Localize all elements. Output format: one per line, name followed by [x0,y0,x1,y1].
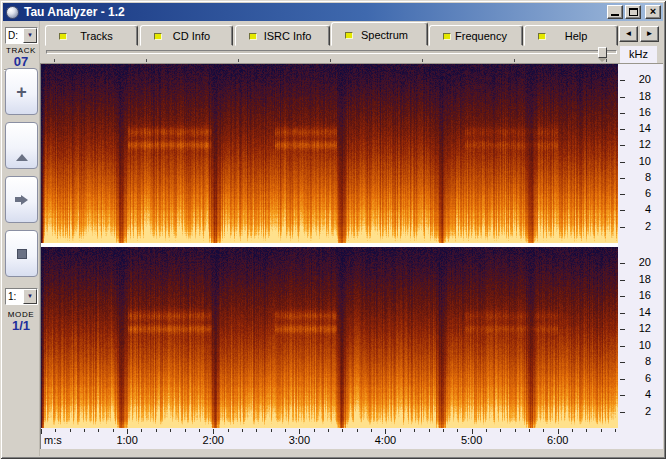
freq-tick [620,362,625,363]
time-tick [113,429,114,432]
mode-select[interactable]: 1: ▼ [5,288,38,305]
minimize-button[interactable] [607,5,623,19]
position-slider-ticks [54,59,611,62]
freq-tick [620,97,625,98]
eject-icon [16,137,28,155]
freq-tick-label: 10 [627,339,651,351]
freq-tick-label: 10 [627,155,651,167]
freq-tick-label: 2 [627,220,651,232]
time-tick-label: 6:00 [538,434,578,446]
time-tick [141,429,142,432]
time-tick [486,429,487,432]
freq-tick [620,346,625,347]
time-tick [156,429,157,432]
position-slider-track[interactable] [46,50,617,54]
time-tick [98,429,99,432]
time-tick [457,429,458,432]
window-controls: × [607,5,661,19]
drive-select-dropdown-button[interactable]: ▼ [23,28,37,43]
mode-select-value[interactable]: 1: [6,289,23,304]
minimize-icon [611,14,619,16]
mode-value: 1/1 [3,318,39,333]
tab-frequency[interactable]: Frequency [429,25,523,46]
play-button[interactable] [5,176,38,223]
time-tick [199,429,200,432]
freq-tick-label: 8 [627,171,651,183]
dropdown-arrow-icon: ▼ [27,32,33,38]
time-tick-label: 5:00 [452,434,492,446]
tab-scroll-right-button[interactable]: ► [640,26,659,42]
plus-button[interactable]: + [5,68,38,115]
freq-tick [620,379,625,380]
stop-button[interactable] [5,230,38,277]
freq-tick [620,80,625,81]
position-slider-thumb[interactable] [598,47,607,58]
time-tick [615,429,616,432]
time-tick [371,429,372,432]
time-axis: m:s 1:002:003:004:005:006:00 [41,428,618,448]
time-tick-label: 1:00 [107,434,147,446]
time-tick [285,429,286,432]
tab-label: Help [535,30,617,42]
time-tick-label: 2:00 [193,434,233,446]
time-tick [228,429,229,432]
close-button[interactable]: × [645,5,661,19]
freq-axis-top: 2018161412108642 [618,64,663,243]
freq-tick [620,194,625,195]
tab-isrc-info[interactable]: ISRC Info [235,25,330,46]
tab-scroll-left-button[interactable]: ◄ [619,26,638,42]
tab-label: Frequency [440,30,522,42]
time-tick [443,429,444,432]
eject-button[interactable] [5,122,38,169]
time-tick [170,429,171,432]
time-tick [500,429,501,432]
freq-tick-label: 12 [627,138,651,150]
spectrum-view: kHz 2018161412108642 2018161412108642 m:… [40,46,663,456]
tab-spectrum[interactable]: Spectrum [331,22,428,46]
freq-tick-label: 6 [627,187,651,199]
time-tick [515,429,516,432]
freq-tick-label: 6 [627,372,651,384]
time-tick [342,429,343,432]
stop-icon [17,249,27,259]
freq-tick-label: 18 [627,273,651,285]
freq-tick-label: 16 [627,106,651,118]
tab-label: Spectrum [342,29,427,41]
position-slider-thumb-tip [598,58,607,62]
freq-tick [620,280,625,281]
time-tick [543,429,544,432]
app-body: Tracks CD Info ISRC Info Spectrum Freque… [3,21,663,456]
tab-help[interactable]: Help [524,25,618,46]
freq-tick-label: 8 [627,355,651,367]
time-tick [414,429,415,432]
drive-select-value[interactable]: D: [6,28,23,43]
plus-icon: + [16,83,27,101]
time-tick [84,429,85,432]
titlebar[interactable]: Tau Analyzer - 1.2 × [3,3,663,21]
freq-tick [620,113,625,114]
time-tick-label: 4:00 [365,434,405,446]
freq-tick-label: 14 [627,122,651,134]
time-tick [586,429,587,432]
freq-tick [620,329,625,330]
maximize-button[interactable] [625,5,641,19]
window-title: Tau Analyzer - 1.2 [24,5,125,19]
freq-tick [620,178,625,179]
app-window: Tau Analyzer - 1.2 × Tracks CD Info ISRC… [0,0,666,459]
mode-select-dropdown-button[interactable]: ▼ [23,289,37,304]
freq-tick [620,227,625,228]
tab-tracks[interactable]: Tracks [45,25,138,46]
freq-tick-label: 12 [627,322,651,334]
app-icon [6,6,19,19]
time-tick [572,429,573,432]
spectrogram-bottom-channel [41,247,618,428]
tab-cd-info[interactable]: CD Info [140,25,233,46]
time-tick [429,429,430,432]
channel-gap [41,243,618,247]
freq-tick [620,395,625,396]
time-tick [41,429,42,434]
time-tick [185,429,186,432]
drive-select[interactable]: D: ▼ [5,27,38,44]
freq-tick [620,296,625,297]
freq-tick-label: 2 [627,405,651,417]
